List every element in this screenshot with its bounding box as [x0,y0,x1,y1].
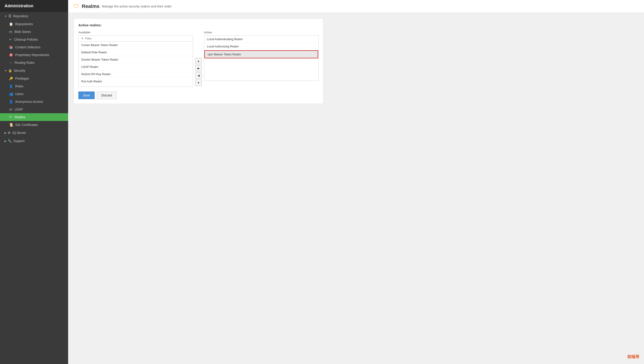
realms-icon: 🛡 [9,115,12,119]
sidebar-item-ssl-certificates[interactable]: 📜 SSL Certificates [0,121,68,129]
sidebar-section-repository[interactable]: ▼ 🗄 Repository [0,12,68,20]
sidebar-item-anonymous-access[interactable]: 👤 Anonymous Access [0,98,68,106]
filter-input[interactable] [85,37,191,40]
sidebar-item-repositories[interactable]: 📋 Repositories [0,20,68,28]
blob-stores-icon: 🗃 [9,30,12,34]
active-realms-title: Active realms: [78,23,319,27]
sidebar-item-proprietary-repos[interactable]: 🎯 Proprietary Repositories [0,51,68,59]
sidebar-item-cleanup-policies[interactable]: ✂ Cleanup Policies [0,36,68,43]
discard-button[interactable]: Discard [97,92,117,99]
active-item-local-auth[interactable]: Local Authenticating Realm [204,36,318,43]
filter-box[interactable]: ▼ [78,36,193,42]
action-buttons: Save Discard [78,92,319,99]
move-right-button[interactable]: ▶ [195,65,202,72]
ldap-icon: 🗃 [9,108,12,111]
sidebar-item-content-selectors[interactable]: 📚 Content Selectors [0,43,68,51]
sidebar: Administration ▼ 🗄 Repository 📋 Reposito… [0,0,68,364]
sidebar-item-ldap[interactable]: 🗃 LDAP [0,106,68,113]
available-item-docker[interactable]: Docker Bearer Token Realm [79,56,193,63]
sidebar-item-routing-rules[interactable]: ↔ Routing Rules [0,59,68,66]
ssl-cert-icon: 📜 [9,123,13,127]
repository-icon: 🗄 [8,14,11,18]
security-icon: 🔒 [8,69,12,72]
sidebar-item-privileges[interactable]: 🔑 Privileges [0,75,68,82]
active-column: Active Local Authenticating Realm Local … [204,31,319,81]
available-item-ldap[interactable]: LDAP Realm [79,63,193,70]
sidebar-item-blob-stores[interactable]: 🗃 Blob Stores [0,28,68,36]
routing-rules-icon: ↔ [9,61,12,64]
users-icon: 👥 [9,92,13,96]
page-shield-icon: 🛡 [74,3,79,10]
page-header: 🛡 Realms Manage the active security real… [68,0,644,13]
main-content: 🛡 Realms Manage the active security real… [68,0,644,364]
available-item-conan[interactable]: Conan Bearer Token Realm [79,42,193,49]
save-button[interactable]: Save [78,92,95,99]
move-down-button[interactable]: ▼ [195,80,202,86]
active-item-npm[interactable]: npm Bearer Token Realm [204,50,318,58]
sidebar-section-security[interactable]: ▼ 🔒 Security [0,66,68,75]
security-arrow-icon: ▼ [5,70,7,72]
realms-panel: Active realms: Available ▼ Conan Bearer … [74,18,323,104]
page-subtitle: Manage the active security realms and th… [102,4,172,8]
repositories-icon: 📋 [9,22,13,26]
sidebar-item-users[interactable]: 👥 Users [0,90,68,98]
active-item-local-authz[interactable]: Local Authorizing Realm [204,43,318,50]
roles-icon: 👤 [9,84,13,88]
cleanup-policies-icon: ✂ [9,38,12,41]
support-arrow-icon: ▶ [5,140,6,142]
iq-arrow-icon: ▶ [5,132,6,134]
move-left-button[interactable]: ◀ [195,72,202,79]
active-list: Local Authenticating Realm Local Authori… [204,36,319,81]
available-column: Available ▼ Conan Bearer Token Realm Def… [78,31,193,87]
watermark: 前端哥 [627,354,639,360]
iq-server-icon: ⚙ [8,131,11,134]
sidebar-item-iq-server[interactable]: ▶ ⚙ IQ Server [0,129,68,137]
move-up-button[interactable]: ▲ [195,58,202,64]
anonymous-access-icon: 👤 [9,100,13,104]
available-item-default-role[interactable]: Default Role Realm [79,49,193,56]
support-icon: 🔧 [8,139,12,143]
transfer-controls: ▲ ▶ ◀ ▼ [193,58,204,86]
sidebar-title: Administration [0,0,68,12]
sidebar-item-roles[interactable]: 👤 Roles [0,82,68,90]
available-list: Conan Bearer Token Realm Default Role Re… [78,42,193,87]
repository-arrow-icon: ▼ [5,15,7,18]
page-title: Realms [82,4,100,9]
sidebar-item-support[interactable]: ▶ 🔧 Support [0,137,68,145]
content-area: Active realms: Available ▼ Conan Bearer … [68,13,644,110]
available-item-nuget[interactable]: NuGet API-Key Realm [79,70,193,78]
filter-icon: ▼ [81,37,84,40]
active-header: Active [204,31,319,34]
proprietary-repos-icon: 🎯 [9,53,13,57]
available-item-rut-auth[interactable]: Rut Auth Realm [79,78,193,85]
content-selectors-icon: 📚 [9,46,13,49]
privileges-icon: 🔑 [9,77,13,80]
available-header: Available [78,31,193,34]
realms-columns: Available ▼ Conan Bearer Token Realm Def… [78,31,319,87]
sidebar-item-realms[interactable]: 🛡 Realms [0,113,68,121]
